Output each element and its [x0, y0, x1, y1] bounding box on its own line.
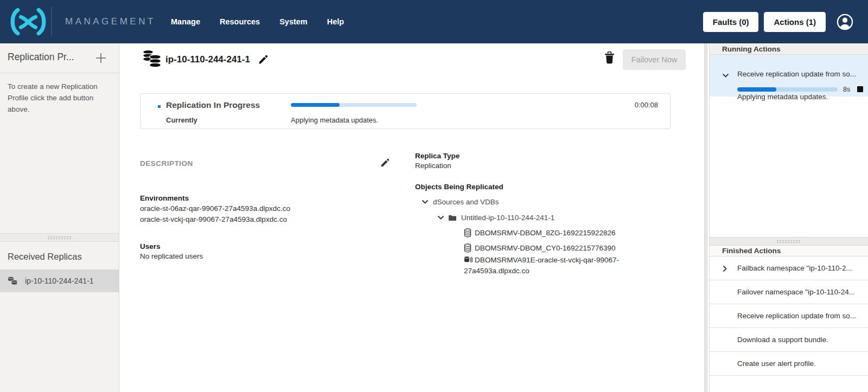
running-action-progress-bar	[737, 87, 838, 92]
main-menu: Manage Resources System Help	[171, 0, 344, 43]
delphix-logo-icon[interactable]	[7, 8, 50, 36]
finished-action-label: Failback namespace "ip-10-110-2...	[737, 264, 852, 272]
progress-fill	[737, 87, 776, 92]
replication-progress-bar	[291, 103, 417, 107]
page-title: ip-10-110-244-241-1	[165, 54, 250, 65]
finished-action-label: Failover namespace "ip-10-110-24...	[737, 288, 855, 296]
currently-label: Currently	[166, 116, 197, 124]
panel-divider[interactable]	[704, 43, 707, 392]
user-avatar-icon[interactable]	[836, 13, 854, 31]
running-action-item[interactable]: Receive replication update from so... 8s…	[710, 55, 868, 97]
brand-title: MANAGEMENT	[65, 0, 156, 43]
brand-divider	[51, 7, 52, 37]
finished-action-label: Receive replication update from so...	[737, 312, 856, 320]
replica-item-label: ip-10-110-244-241-1	[25, 277, 94, 285]
running-action-status: Applying metadata updates.	[737, 93, 828, 101]
sidebar-item-replica[interactable]: ip-10-110-244-241-1	[0, 269, 119, 292]
app-window: MANAGEMENT Manage Resources System Help …	[0, 0, 868, 392]
add-profile-icon[interactable]	[95, 52, 107, 64]
finished-action-label: Create user alert profile.	[737, 359, 816, 368]
database-icon	[464, 243, 471, 253]
tree-leaf-dsource[interactable]: DBOMSRMV-DBOM_8ZG-1692215922826	[464, 228, 616, 237]
objects-being-replicated-label: Objects Being Replicated	[415, 183, 503, 191]
tree-node-label: Untitled-ip-10-110-244-241-1	[461, 214, 554, 222]
chevron-down-icon[interactable]	[422, 199, 429, 205]
finished-action-row[interactable]: Receive replication update from so...	[710, 304, 868, 328]
environment-host: oracle-st-06az-qar-99067-27a4593a.dlpxdc…	[140, 204, 290, 213]
running-action-elapsed: 8s	[843, 86, 850, 93]
splitter-grip	[776, 240, 801, 243]
received-replicas-title: Received Replicas	[8, 252, 82, 262]
finished-actions-header: Finished Actions	[710, 246, 868, 256]
running-actions-header: Running Actions	[710, 43, 868, 55]
finished-actions-list: Failback namespace "ip-10-110-2... Failo…	[710, 256, 868, 376]
menu-help[interactable]: Help	[327, 17, 344, 26]
tree-node-group[interactable]: Untitled-ip-10-110-244-241-1	[437, 214, 554, 222]
running-action-label: Receive replication update from so...	[737, 70, 856, 78]
finished-action-row[interactable]: Download a support bundle.	[710, 328, 868, 352]
replica-icon	[8, 277, 18, 286]
replica-type-value: Replication	[415, 162, 451, 170]
replication-progress-card: Replication In Progress 0:00:08 Currentl…	[140, 93, 671, 129]
actions-button[interactable]: Actions (1)	[764, 12, 826, 32]
progress-status-text: Applying metadata updates.	[291, 116, 378, 124]
tree-leaf-label: DBOMSRMVA91E-oracle-st-vckj-qar-99067-27…	[464, 256, 619, 275]
sidebar-help-text: To create a new Replication Profile clic…	[8, 81, 112, 115]
replica-type-label: Replica Type	[415, 152, 459, 160]
finished-action-row[interactable]: Failback namespace "ip-10-110-2...	[710, 256, 868, 280]
replication-sidebar: Replication Pr... To create a new Replic…	[0, 43, 119, 392]
elapsed-time: 0:00:08	[635, 101, 658, 109]
splitter-grip	[47, 236, 72, 240]
menu-manage[interactable]: Manage	[171, 17, 200, 26]
menu-resources[interactable]: Resources	[220, 17, 260, 26]
sidebar-splitter[interactable]	[0, 233, 119, 242]
environment-host: oracle-st-vckj-qar-99067-27a4593a.dlpxdc…	[140, 215, 287, 223]
tree-leaf-label: DBOMSRMV-DBOM_CY0-1692215776390	[475, 244, 616, 252]
sidebar-header: Replication Pr...	[0, 43, 119, 73]
tree-leaf-dsource[interactable]: DBOMSRMV-DBOM_CY0-1692215776390	[464, 243, 616, 253]
finished-action-row[interactable]: Failover namespace "ip-10-110-24...	[710, 280, 868, 304]
stop-action-icon[interactable]	[857, 86, 863, 92]
edit-description-pencil-icon[interactable]	[381, 158, 390, 167]
faults-button[interactable]: Faults (0)	[703, 12, 759, 32]
tree-node-label: dSources and VDBs	[433, 198, 499, 206]
chevron-right-icon[interactable]	[722, 265, 728, 272]
progress-title: Replication In Progress	[166, 100, 260, 110]
vdb-icon	[464, 256, 473, 264]
finished-action-label: Download a support bundle.	[737, 336, 828, 344]
menu-system[interactable]: System	[279, 17, 308, 26]
database-icon	[464, 228, 471, 237]
chevron-down-icon[interactable]	[437, 215, 444, 221]
failover-now-button[interactable]: Failover Now	[623, 49, 686, 70]
delete-trash-icon[interactable]	[604, 52, 615, 64]
description-label: DESCRIPTION	[140, 159, 193, 168]
tree-leaf-label: DBOMSRMV-DBOM_8ZG-1692215922826	[475, 229, 616, 237]
sidebar-title: Replication Pr...	[8, 52, 74, 63]
navbar-right: Faults (0) Actions (1)	[703, 0, 854, 43]
actions-splitter[interactable]	[710, 237, 868, 246]
environments-label: Environments	[140, 194, 189, 202]
actions-panel: Running Actions Receive replication upda…	[709, 43, 868, 392]
replica-database-stack-icon	[142, 49, 162, 70]
tree-node-dsources[interactable]: dSources and VDBs	[422, 198, 499, 206]
users-value: No replicated users	[140, 252, 203, 260]
top-navbar: MANAGEMENT Manage Resources System Help …	[0, 0, 868, 43]
chevron-down-icon[interactable]	[722, 73, 729, 79]
progress-fill	[291, 103, 340, 107]
edit-title-pencil-icon[interactable]	[259, 55, 268, 64]
status-bullet	[158, 105, 161, 108]
tree-leaf-vdb[interactable]: DBOMSRMVA91E-oracle-st-vckj-qar-99067-27…	[464, 255, 627, 276]
main-content: ip-10-110-244-241-1 Failover Now Replica…	[120, 43, 703, 392]
finished-action-row[interactable]: Create user alert profile.	[710, 352, 868, 376]
users-label: Users	[140, 242, 161, 250]
folder-icon	[449, 215, 457, 221]
